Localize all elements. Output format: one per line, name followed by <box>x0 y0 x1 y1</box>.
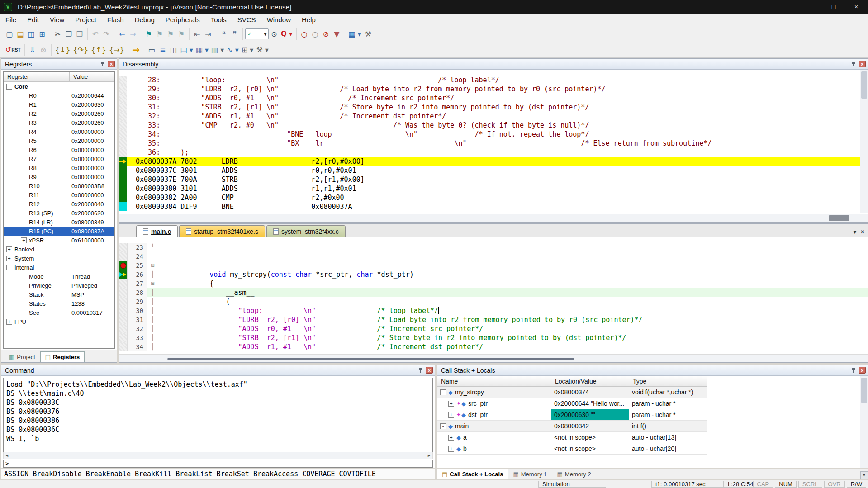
minimize-button[interactable]: ─ <box>801 0 823 14</box>
fold-marker-icon[interactable]: │ <box>147 342 159 351</box>
register-row[interactable]: + xPSR 0x61000000 <box>4 236 114 245</box>
tree-expander-icon[interactable]: + <box>448 412 454 418</box>
breakpoint-filter-icon[interactable]: ▼ <box>332 28 342 39</box>
maximize-button[interactable]: □ <box>823 0 844 14</box>
uncomment-icon[interactable]: ❞ <box>229 28 240 39</box>
menu-item[interactable]: Project <box>70 14 102 25</box>
fold-marker-icon[interactable]: │ <box>147 324 159 333</box>
disassembly-line[interactable]: 0x0800037A 7802 LDRB r2,[r0,#0x00] <box>119 157 868 166</box>
show-next-statement-icon[interactable]: ⇓ <box>27 44 38 55</box>
editor-margin[interactable] <box>119 279 128 288</box>
disassembly-margin[interactable] <box>119 184 127 193</box>
register-row[interactable]: R2 0x20000260 <box>4 109 114 118</box>
scrollbar-thumb[interactable] <box>861 378 867 403</box>
disassembly-line[interactable]: 0x0800037E 700A STRB r2,[r1,#0x00] <box>119 175 868 184</box>
close-panel-icon[interactable]: x <box>426 367 433 374</box>
find-in-files-icon[interactable]: ⊙ <box>269 28 280 39</box>
register-row[interactable]: R0 0x20000644 <box>4 91 114 100</box>
code-line[interactable]: 30 │ "ADDS r0, #1 \n" /* Increment src p… <box>119 306 868 315</box>
close-button[interactable]: × <box>844 0 868 14</box>
watch-window-icon[interactable]: ▤ ▾ <box>179 44 194 55</box>
disassembly-margin[interactable] <box>119 103 127 112</box>
tab-list-dropdown-icon[interactable]: ▼ <box>852 229 858 235</box>
register-row[interactable]: - Internal <box>4 263 114 272</box>
window-layout-icon[interactable]: ▦ ▾ <box>347 28 363 39</box>
disassembly-margin[interactable] <box>119 175 127 184</box>
tree-expander-icon[interactable]: + <box>448 435 454 441</box>
register-row[interactable]: Mode Thread <box>4 272 114 281</box>
horizontal-scrollbar[interactable] <box>119 214 868 222</box>
register-row[interactable]: R11 0x00000000 <box>4 190 114 199</box>
disassembly-content[interactable]: 28: "loop: \n" /* loop label*/ 29: "LDRB… <box>119 70 868 213</box>
column-header-type[interactable]: Type <box>629 376 707 386</box>
configure-icon[interactable]: ⚒ <box>363 28 374 39</box>
column-header-name[interactable]: Name <box>437 376 551 386</box>
tree-expander-icon[interactable]: + <box>448 401 454 407</box>
register-row[interactable]: - Core <box>4 82 114 91</box>
toolbox-icon[interactable]: ⚒ ▾ <box>255 44 270 55</box>
fold-marker-icon[interactable]: │ <box>147 315 159 324</box>
register-row[interactable]: R13 (SP) 0x20000620 <box>4 208 114 218</box>
disassembly-margin[interactable] <box>119 76 127 85</box>
fold-marker-icon[interactable]: │ <box>147 270 159 279</box>
disassembly-margin[interactable] <box>119 121 127 130</box>
code-line[interactable]: 32 │ "ADDS r1, #1 \n" /* Increment dst p… <box>119 324 868 333</box>
copy-icon[interactable]: ❐ <box>63 28 74 39</box>
step-over-icon[interactable]: {↷} <box>71 44 90 55</box>
disassembly-line[interactable]: 0x08000382 2A00 CMP r2,#0x00 <box>119 193 868 202</box>
menu-item[interactable]: Tools <box>205 14 232 25</box>
tree-expander-icon[interactable]: + <box>6 246 12 252</box>
menu-item[interactable]: SVCS <box>232 14 261 25</box>
editor-margin[interactable] <box>119 252 128 261</box>
register-row[interactable]: R10 0x080003B8 <box>4 181 114 190</box>
column-header-value[interactable]: Value <box>70 72 114 81</box>
tree-expander-icon[interactable]: + <box>6 319 12 325</box>
disassembly-margin[interactable] <box>119 112 127 121</box>
register-row[interactable]: R9 0x00000000 <box>4 172 114 181</box>
cut-icon[interactable]: ✂ <box>52 28 63 39</box>
redo-icon[interactable]: ↷ <box>101 28 112 39</box>
disassembly-line[interactable]: 0x0800037C 3001 ADDS r0,r0,#0x01 <box>119 166 868 175</box>
code-line[interactable]: 31 │ "STRB r2, [r1] \n" /* Store byte in… <box>119 315 868 324</box>
horizontal-scrollbar[interactable]: ◄ ► <box>3 452 433 459</box>
scrollbar-thumb[interactable] <box>167 358 574 360</box>
disassembly-line[interactable]: 32: "ADDS r1, #1 \n" /* Increment dst po… <box>119 112 868 121</box>
disassembly-margin[interactable] <box>119 130 127 139</box>
close-panel-icon[interactable]: x <box>859 61 866 67</box>
pin-icon[interactable] <box>417 367 424 374</box>
register-row[interactable]: R3 0x20000260 <box>4 118 114 127</box>
editor-content[interactable]: 23 └ 24 void my_strcpy(const char *src_p… <box>119 237 868 353</box>
callstack-row[interactable]: + ◆ b <not in scope> auto - uchar[20] <box>437 443 707 455</box>
register-row[interactable]: Stack MSP <box>4 290 114 299</box>
fold-marker-icon[interactable] <box>147 252 159 261</box>
memory-window-icon[interactable]: ▦ ▾ <box>194 44 210 55</box>
close-panel-icon[interactable]: x <box>108 61 115 67</box>
pin-icon[interactable] <box>850 61 857 67</box>
disassembly-line[interactable]: 0x08000380 3101 ADDS r1,r1,#0x01 <box>119 184 868 193</box>
disassembly-margin[interactable] <box>119 166 127 175</box>
close-panel-icon[interactable]: x <box>859 367 866 374</box>
command-log[interactable]: Load "D:\\Projects\\Embedded\\Lab_Week2\… <box>3 378 433 453</box>
step-out-icon[interactable]: {↑} <box>90 44 108 55</box>
breakpoint-enable-icon[interactable]: ○ <box>310 28 321 39</box>
scrollbar-thumb[interactable] <box>861 71 867 99</box>
horizontal-scrollbar[interactable] <box>119 354 868 362</box>
callstack-row[interactable]: + ◆ a <not in scope> auto - uchar[13] <box>437 432 707 443</box>
disassembly-margin[interactable] <box>119 193 127 202</box>
indent-icon[interactable]: ⇥ <box>203 28 213 39</box>
tree-expander-icon[interactable]: - <box>6 84 12 90</box>
fold-marker-icon[interactable]: │ <box>147 333 159 342</box>
editor-tab[interactable]: system_stm32f4xx.c <box>266 225 346 237</box>
tree-expander-icon[interactable]: - <box>440 389 446 395</box>
menu-item[interactable]: Debug <box>129 14 160 25</box>
editor-margin[interactable] <box>119 342 128 351</box>
code-line[interactable]: 28 │ "loop: \n" /* loop label*/ <box>119 288 868 297</box>
bookmark-prev-icon[interactable]: ⚑ <box>154 28 165 39</box>
debug-window-tab[interactable]: ▤ Call Stack + Locals <box>437 469 508 479</box>
disassembly-line[interactable]: 33: "CMP r2, #0 \n" /* Was the byte 0? (… <box>119 121 868 130</box>
breakpoint-insert-icon[interactable]: ○ <box>299 28 310 39</box>
register-row[interactable]: R15 (PC) 0x0800037A <box>4 227 114 236</box>
code-line[interactable]: 29 │ "LDRB r2, [r0] \n" /* Load byte int… <box>119 297 868 306</box>
code-line[interactable]: 24 void my_strcpy(const char *src_ptr, c… <box>119 252 868 261</box>
command-window-icon[interactable]: ▭ <box>147 44 157 55</box>
